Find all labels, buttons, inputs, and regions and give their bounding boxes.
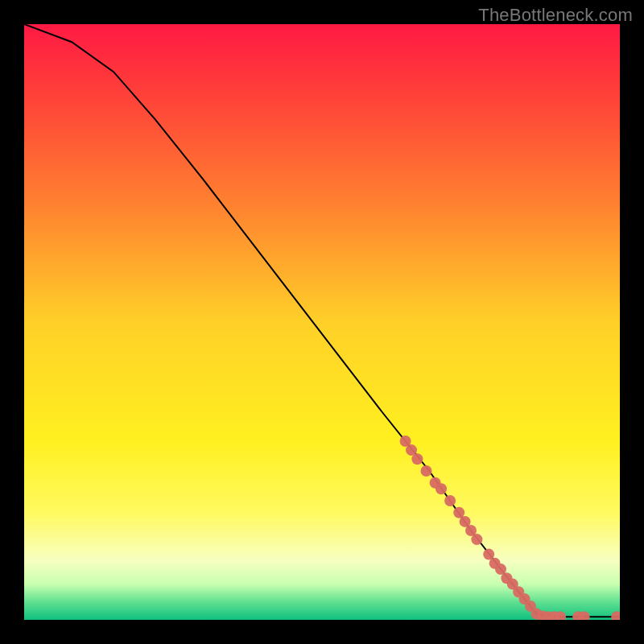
chart-point [436, 483, 447, 494]
chart-plot-area [24, 24, 620, 620]
chart-svg [24, 24, 620, 620]
chart-point [471, 534, 482, 545]
chart-background [24, 24, 620, 620]
chart-point [421, 465, 432, 477]
chart-point [444, 495, 456, 506]
watermark-text: TheBottleneck.com [478, 5, 633, 26]
chart-point [411, 453, 423, 464]
